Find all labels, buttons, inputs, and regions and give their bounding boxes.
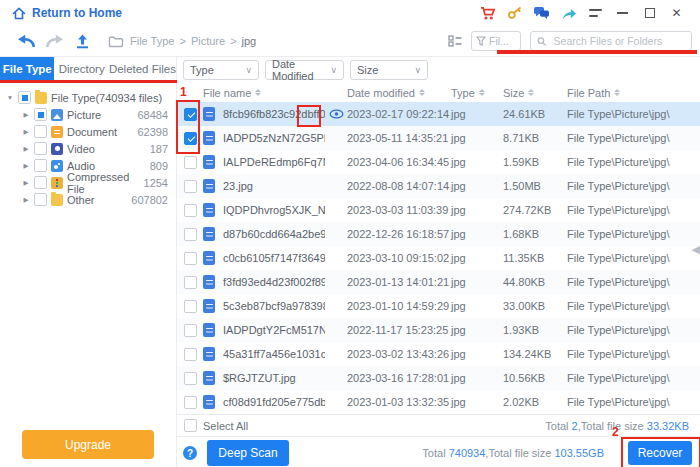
table-row[interactable]: 5c3eb87bcf9a9783988d4... 2023-01-10 14:5…: [177, 294, 700, 318]
date-modified-filter-dropdown[interactable]: Date Modified∨: [265, 60, 344, 80]
table-row[interactable]: f3fd93ed4d23f002f891878... 2023-01-13 14…: [177, 270, 700, 294]
table-row[interactable]: IALPDeREdmp6Fq7NAgD... 2023-04-06 16:34:…: [177, 150, 700, 174]
share-icon[interactable]: [555, 3, 582, 23]
forward-button[interactable]: [40, 34, 68, 48]
maximize-button[interactable]: [636, 3, 663, 23]
row-checkbox[interactable]: [184, 228, 197, 241]
column-header-date-modified[interactable]: Date modified: [347, 87, 451, 99]
expander-closed-icon[interactable]: ▶: [22, 145, 30, 153]
column-header-file-path[interactable]: File Path: [567, 87, 700, 99]
sidebar-item-compressed-file[interactable]: ▶ Compressed File 1254: [6, 174, 170, 191]
file-type: jpg: [451, 252, 503, 264]
file-path: File Type\Picture\jpg\: [567, 396, 700, 408]
tree-root-file-type[interactable]: ▼ File Type(740934 files): [6, 89, 170, 106]
file-icon: [203, 251, 215, 265]
tree-item-checkbox[interactable]: [34, 193, 47, 206]
table-row[interactable]: IADPD5zNzN72G5PM8M... 2023-05-11 14:35:2…: [177, 126, 700, 150]
type-filter-dropdown[interactable]: Type∨: [183, 60, 259, 80]
help-icon[interactable]: ?: [183, 446, 197, 460]
chevron-down-icon: ∨: [330, 65, 337, 75]
view-toggle-icon[interactable]: [448, 35, 462, 47]
expander-closed-icon[interactable]: ▶: [22, 179, 30, 187]
table-row[interactable]: d87b60cdd664a2be9a161... 2022-12-26 16:1…: [177, 222, 700, 246]
table-row[interactable]: IADPDgtY2FcM517NBQT... 2022-11-17 15:23:…: [177, 318, 700, 342]
row-checkbox[interactable]: [184, 132, 197, 145]
row-checkbox[interactable]: [184, 348, 197, 361]
file-path: File Type\Picture\jpg\: [567, 324, 700, 336]
collapse-panel-arrow[interactable]: ◀: [692, 243, 700, 256]
tab-file-type[interactable]: File Type: [0, 57, 54, 81]
row-checkbox[interactable]: [184, 300, 197, 313]
recover-button[interactable]: Recover: [628, 441, 692, 465]
column-header-type[interactable]: Type: [451, 87, 503, 99]
tree-item-checkbox[interactable]: [34, 108, 47, 121]
row-checkbox[interactable]: [184, 276, 197, 289]
file-date-modified: 2023-03-10 09:15:02: [347, 252, 451, 264]
export-up-button[interactable]: [68, 34, 96, 49]
breadcrumb-jpg[interactable]: jpg: [242, 35, 257, 47]
back-button[interactable]: [12, 34, 40, 48]
table-row[interactable]: 45a31ff7a456e1031cdeeb... 2023-03-02 13:…: [177, 342, 700, 366]
expander-closed-icon[interactable]: ▶: [22, 162, 30, 170]
row-checkbox[interactable]: [184, 252, 197, 265]
file-type: jpg: [451, 300, 503, 312]
menu-icon[interactable]: [582, 3, 609, 23]
file-path: File Type\Picture\jpg\: [567, 132, 700, 144]
row-checkbox[interactable]: [184, 156, 197, 169]
sidebar-item-picture[interactable]: ▶ Picture 68484: [6, 106, 170, 123]
table-row[interactable]: 8fcb96fb823c92dbff03... 2023-02-17 09:22…: [177, 102, 700, 126]
preview-eye-icon[interactable]: [325, 109, 347, 119]
minimize-button[interactable]: [609, 3, 636, 23]
upgrade-button[interactable]: Upgrade: [22, 430, 154, 459]
table-row[interactable]: cf08d91fd205e775db0524... 2023-01-03 13:…: [177, 390, 700, 414]
column-header-size[interactable]: Size: [503, 87, 567, 99]
content: File Type Directory Deleted Files ▼ File…: [0, 57, 700, 467]
sort-icon: [479, 89, 485, 97]
row-checkbox[interactable]: [184, 396, 197, 409]
tree-item-checkbox[interactable]: [34, 176, 47, 189]
return-home-label: Return to Home: [32, 6, 122, 20]
row-checkbox[interactable]: [184, 372, 197, 385]
expander-closed-icon[interactable]: ▶: [22, 196, 30, 204]
return-home-button[interactable]: Return to Home: [12, 6, 122, 20]
sort-icon: [255, 89, 261, 97]
tree-item-checkbox[interactable]: [34, 125, 47, 138]
chevron-down-icon: ∨: [245, 65, 252, 75]
cart-icon[interactable]: [474, 3, 501, 23]
chat-icon[interactable]: [528, 3, 555, 23]
tree-root-checkbox[interactable]: [18, 91, 31, 104]
expander-closed-icon[interactable]: ▶: [22, 128, 30, 136]
sidebar-item-other[interactable]: ▶ Other 607802: [6, 191, 170, 208]
file-icon: [203, 299, 215, 313]
tree-item-checkbox[interactable]: [34, 159, 47, 172]
expander-open-icon[interactable]: ▼: [6, 94, 14, 101]
close-button[interactable]: ✕: [663, 3, 690, 23]
action-bar: ? Deep Scan Total 740934,Total file size…: [177, 436, 700, 467]
sidebar-item-document[interactable]: ▶ Document 62398: [6, 123, 170, 140]
row-checkbox[interactable]: [184, 204, 197, 217]
tab-deleted-files[interactable]: Deleted Files: [109, 57, 176, 81]
deep-scan-button[interactable]: Deep Scan: [207, 440, 289, 466]
filter-button[interactable]: Fil...: [471, 31, 521, 51]
table-row[interactable]: $RGJTZUT.jpg 2023-03-16 17:28:01 jpg 10.…: [177, 366, 700, 390]
table-row[interactable]: 23.jpg 2022-08-08 14:07:14 jpg 1.50MB Fi…: [177, 174, 700, 198]
breadcrumb-picture[interactable]: Picture: [191, 35, 225, 47]
breadcrumb-file-type[interactable]: File Type: [130, 35, 174, 47]
tree-item-label: Video: [67, 143, 95, 155]
tree-item-checkbox[interactable]: [34, 142, 47, 155]
row-checkbox[interactable]: [184, 180, 197, 193]
table-row[interactable]: IQDPDhvrog5XJK_NAzzN... 2023-03-03 11:03…: [177, 198, 700, 222]
zip-icon: [51, 177, 63, 189]
select-all-checkbox[interactable]: [184, 419, 197, 432]
key-icon[interactable]: [501, 3, 528, 23]
tab-directory[interactable]: Directory: [54, 57, 108, 81]
column-header-file-name[interactable]: File name: [203, 87, 347, 99]
sidebar-item-video[interactable]: ▶ Video 187: [6, 140, 170, 157]
file-type: jpg: [451, 372, 503, 384]
size-filter-dropdown[interactable]: Size∨: [350, 60, 428, 80]
row-checkbox[interactable]: [184, 324, 197, 337]
search-input[interactable]: [552, 34, 685, 48]
expander-closed-icon[interactable]: ▶: [22, 111, 30, 119]
table-row[interactable]: c0cb6105f7147f36498ac4... 2023-03-10 09:…: [177, 246, 700, 270]
row-checkbox[interactable]: [184, 108, 197, 121]
